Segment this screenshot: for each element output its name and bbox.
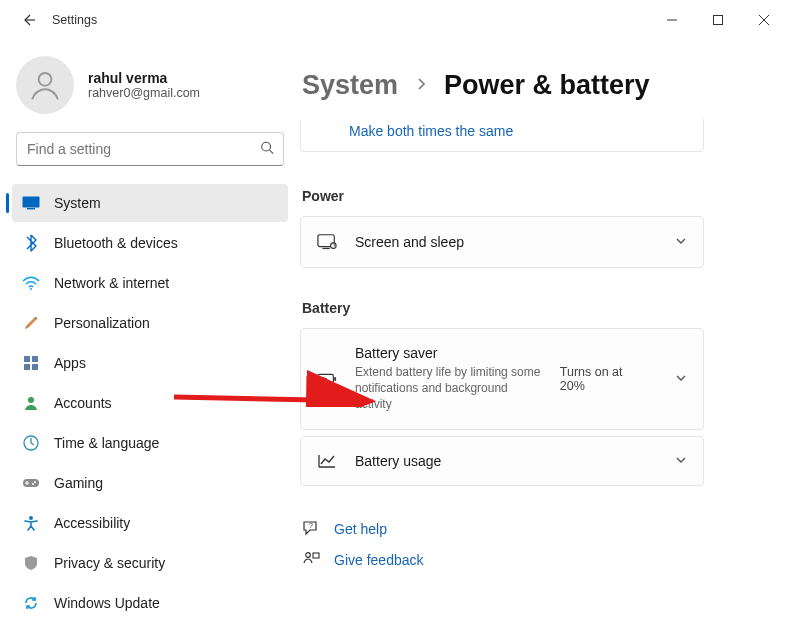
back-button[interactable] [8, 0, 48, 40]
nav-item-gaming[interactable]: Gaming [12, 464, 288, 502]
maximize-icon [713, 15, 723, 25]
svg-point-22 [306, 552, 311, 557]
svg-rect-7 [32, 356, 38, 362]
screen-sleep-icon [317, 233, 337, 251]
battery-usage-row[interactable]: Battery usage [301, 437, 703, 485]
person-icon [28, 68, 62, 102]
bluetooth-icon [22, 234, 40, 252]
avatar [16, 56, 74, 114]
minimize-button[interactable] [649, 4, 695, 36]
nav-label: Privacy & security [54, 555, 165, 571]
row-title: Battery saver [355, 345, 542, 361]
accounts-icon [22, 394, 40, 412]
truncated-card: Make both times the same [300, 119, 704, 152]
get-help-link[interactable]: ? Get help [300, 514, 775, 545]
help-icon: ? [302, 520, 320, 539]
nav-label: Apps [54, 355, 86, 371]
nav-item-time-language[interactable]: Time & language [12, 424, 288, 462]
sidebar: rahul verma rahver0@gmail.com System Blu… [0, 40, 300, 627]
svg-text:?: ? [309, 522, 313, 529]
nav-label: Accessibility [54, 515, 130, 531]
display-icon [22, 194, 40, 212]
profile-email: rahver0@gmail.com [88, 86, 200, 100]
nav-item-accessibility[interactable]: Accessibility [12, 504, 288, 542]
nav-item-accounts[interactable]: Accounts [12, 384, 288, 422]
svg-rect-17 [322, 248, 329, 249]
back-arrow-icon [20, 12, 36, 28]
svg-rect-3 [23, 197, 40, 208]
chevron-down-icon [675, 453, 687, 469]
chevron-down-icon [675, 234, 687, 250]
section-power-label: Power [302, 188, 775, 204]
svg-rect-6 [24, 356, 30, 362]
nav-label: Gaming [54, 475, 103, 491]
nav-item-personalization[interactable]: Personalization [12, 304, 288, 342]
apps-icon [22, 354, 40, 372]
window-title: Settings [52, 13, 97, 27]
make-same-link[interactable]: Make both times the same [349, 123, 513, 139]
section-battery-label: Battery [302, 300, 775, 316]
chevron-down-icon [675, 371, 687, 387]
svg-point-15 [29, 516, 33, 520]
row-title: Battery usage [355, 453, 441, 469]
svg-point-1 [39, 73, 52, 86]
shield-icon [22, 554, 40, 572]
breadcrumb-parent[interactable]: System [302, 70, 398, 101]
row-subtitle: Extend battery life by limiting some not… [355, 364, 542, 413]
battery-saver-icon [317, 371, 337, 387]
nav-label: Time & language [54, 435, 159, 451]
nav-item-bluetooth[interactable]: Bluetooth & devices [12, 224, 288, 262]
battery-usage-card: Battery usage [300, 436, 704, 486]
breadcrumb: System Power & battery [300, 70, 775, 101]
feedback-label: Give feedback [334, 552, 424, 568]
svg-point-13 [34, 481, 36, 483]
brush-icon [22, 314, 40, 332]
svg-rect-23 [313, 553, 319, 558]
svg-point-14 [32, 483, 34, 485]
nav-label: System [54, 195, 101, 211]
nav-item-network[interactable]: Network & internet [12, 264, 288, 302]
window-controls [649, 4, 787, 36]
svg-point-2 [262, 142, 271, 151]
search-input[interactable] [16, 132, 284, 166]
nav-label: Network & internet [54, 275, 169, 291]
svg-point-5 [30, 288, 32, 290]
search-icon [260, 141, 274, 158]
profile-block[interactable]: rahul verma rahver0@gmail.com [12, 50, 288, 130]
battery-saver-card: Battery saver Extend battery life by lim… [300, 328, 704, 430]
svg-rect-8 [24, 364, 30, 370]
give-feedback-link[interactable]: Give feedback [300, 545, 775, 576]
screen-sleep-row[interactable]: Screen and sleep [301, 217, 703, 267]
feedback-icon [302, 551, 320, 570]
maximize-button[interactable] [695, 4, 741, 36]
nav-label: Accounts [54, 395, 112, 411]
main-content: System Power & battery Make both times t… [300, 40, 795, 627]
breadcrumb-current: Power & battery [444, 70, 650, 101]
screen-sleep-card: Screen and sleep [300, 216, 704, 268]
nav-label: Windows Update [54, 595, 160, 611]
help-links: ? Get help Give feedback [300, 514, 775, 576]
row-title: Screen and sleep [355, 234, 464, 250]
nav-label: Personalization [54, 315, 150, 331]
svg-point-10 [28, 397, 34, 403]
close-icon [759, 15, 769, 25]
chevron-right-icon [416, 77, 426, 94]
nav-item-windows-update[interactable]: Windows Update [12, 584, 288, 622]
globe-clock-icon [22, 434, 40, 452]
svg-rect-4 [27, 208, 35, 209]
gaming-icon [22, 474, 40, 492]
nav-item-apps[interactable]: Apps [12, 344, 288, 382]
svg-rect-0 [714, 16, 723, 25]
svg-point-18 [331, 243, 336, 248]
wifi-icon [22, 274, 40, 292]
titlebar: Settings [0, 0, 795, 40]
nav-list: System Bluetooth & devices Network & int… [12, 184, 288, 622]
search-wrap [16, 132, 284, 166]
svg-rect-9 [32, 364, 38, 370]
nav-item-system[interactable]: System [12, 184, 288, 222]
accessibility-icon [22, 514, 40, 532]
nav-item-privacy[interactable]: Privacy & security [12, 544, 288, 582]
close-button[interactable] [741, 4, 787, 36]
battery-saver-status: Turns on at 20% [560, 365, 645, 393]
battery-saver-row[interactable]: Battery saver Extend battery life by lim… [301, 329, 703, 429]
